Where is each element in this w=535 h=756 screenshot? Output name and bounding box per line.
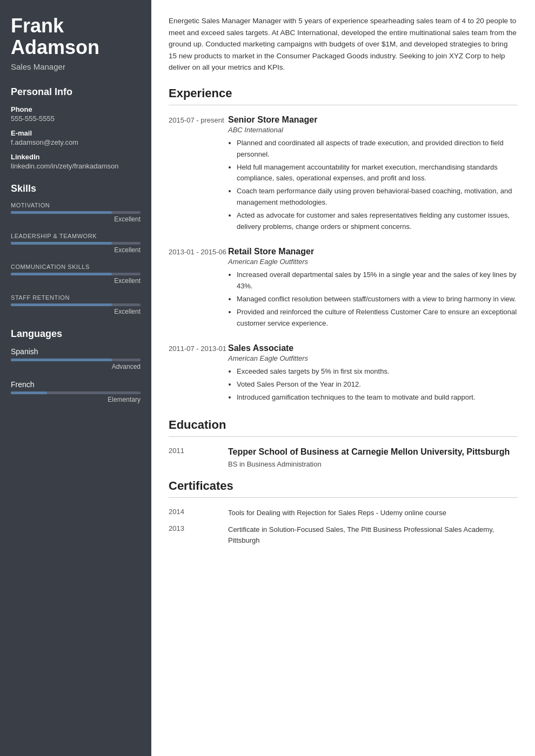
cert-2-year: 2013 (169, 524, 228, 545)
experience-heading: Experience (169, 86, 518, 100)
edu-1-school: Tepper School of Business at Carnegie Me… (228, 447, 510, 458)
skill-communication-bar (11, 273, 141, 275)
edu-1-year: 2011 (169, 447, 228, 468)
language-spanish-name: Spanish (11, 347, 141, 356)
job-2-date: 2013-01 - 2015-06 (169, 247, 228, 330)
list-item: Exceeded sales targets by 5% in first si… (237, 366, 518, 377)
list-item: Coach team performance daily using prove… (237, 186, 518, 208)
list-item: Provided and reinforced the culture of R… (237, 307, 518, 329)
skill-communication: COMMUNICATION SKILLS Excellent (11, 264, 141, 285)
list-item: Held full management accountability for … (237, 162, 518, 185)
list-item: Introduced gamification techniques to th… (237, 392, 518, 403)
language-spanish-level: Advanced (11, 363, 141, 370)
language-spanish: Spanish Advanced (11, 347, 141, 370)
certificates-divider (169, 497, 518, 498)
language-french-fill (11, 392, 47, 394)
skill-motivation-name: MOTIVATION (11, 202, 141, 208)
skill-motivation: MOTIVATION Excellent (11, 202, 141, 223)
linkedin-value: linkedin.com/in/zety/frankadamson (11, 162, 141, 170)
sidebar: Frank Adamson Sales Manager Personal Inf… (0, 0, 151, 756)
job-1-date: 2015-07 - present (169, 115, 228, 234)
linkedin-block: LinkedIn linkedin.com/in/zety/frankadams… (11, 153, 141, 170)
certificates-heading: Certificates (169, 479, 518, 493)
language-french-name: French (11, 380, 141, 389)
cert-1-year: 2014 (169, 508, 228, 518)
linkedin-label: LinkedIn (11, 153, 141, 161)
list-item: Increased overall departmental sales by … (237, 269, 518, 292)
phone-block: Phone 555-555-5555 (11, 105, 141, 123)
skill-leadership-fill (11, 242, 112, 245)
skill-leadership-name: LEADERSHIP & TEAMWORK (11, 233, 141, 239)
job-2-bullets: Increased overall departmental sales by … (228, 269, 518, 329)
skill-motivation-bar (11, 211, 141, 214)
skill-motivation-fill (11, 211, 112, 214)
email-value: f.adamson@zety.com (11, 138, 141, 146)
job-3: 2011-07 - 2013-01 Sales Associate Americ… (169, 343, 518, 404)
skill-motivation-rating: Excellent (11, 215, 141, 223)
edu-1: 2011 Tepper School of Business at Carneg… (169, 447, 518, 468)
job-title: Sales Manager (11, 62, 141, 71)
skill-communication-fill (11, 273, 112, 275)
skill-leadership-rating: Excellent (11, 246, 141, 254)
skill-retention-bar (11, 303, 141, 306)
list-item: Managed conflict resolution between staf… (237, 294, 518, 305)
list-item: Acted as advocate for customer and sales… (237, 210, 518, 233)
education-divider (169, 436, 518, 437)
language-french: French Elementary (11, 380, 141, 403)
main-content: Energetic Sales Manager Manager with 5 y… (151, 0, 535, 756)
full-name: Frank Adamson (11, 15, 141, 58)
cert-1: 2014 Tools for Dealing with Rejection fo… (169, 508, 518, 518)
job-1: 2015-07 - present Senior Store Manager A… (169, 115, 518, 234)
job-3-bullets: Exceeded sales targets by 5% in first si… (228, 366, 518, 403)
email-label: E-mail (11, 129, 141, 137)
email-block: E-mail f.adamson@zety.com (11, 129, 141, 146)
languages-heading: Languages (11, 328, 141, 340)
phone-label: Phone (11, 105, 141, 113)
personal-info-heading: Personal Info (11, 86, 141, 98)
job-3-title: Sales Associate (228, 343, 518, 353)
language-spanish-bar (11, 359, 141, 361)
language-french-level: Elementary (11, 396, 141, 403)
list-item: Planned and coordinated all aspects of t… (237, 138, 518, 160)
job-2-title: Retail Store Manager (228, 247, 518, 256)
skill-communication-rating: Excellent (11, 277, 141, 285)
cert-2-desc: Certificate in Solution-Focused Sales, T… (228, 524, 518, 545)
skill-retention-name: STAFF RETENTION (11, 294, 141, 301)
edu-1-degree: BS in Business Administration (228, 460, 510, 468)
skill-leadership: LEADERSHIP & TEAMWORK Excellent (11, 233, 141, 254)
job-2-company: American Eagle Outfitters (228, 258, 518, 266)
job-1-content: Senior Store Manager ABC International P… (228, 115, 518, 234)
job-3-content: Sales Associate American Eagle Outfitter… (228, 343, 518, 404)
job-2: 2013-01 - 2015-06 Retail Store Manager A… (169, 247, 518, 330)
job-1-company: ABC International (228, 126, 518, 134)
job-3-company: American Eagle Outfitters (228, 354, 518, 362)
language-french-bar (11, 392, 141, 394)
edu-1-content: Tepper School of Business at Carnegie Me… (228, 447, 510, 468)
experience-divider (169, 105, 518, 105)
job-2-content: Retail Store Manager American Eagle Outf… (228, 247, 518, 330)
education-heading: Education (169, 418, 518, 432)
summary: Energetic Sales Manager Manager with 5 y… (169, 15, 518, 73)
language-spanish-fill (11, 359, 112, 361)
skill-communication-name: COMMUNICATION SKILLS (11, 264, 141, 270)
job-1-title: Senior Store Manager (228, 115, 518, 125)
cert-2: 2013 Certificate in Solution-Focused Sal… (169, 524, 518, 545)
skills-heading: Skills (11, 183, 141, 194)
skill-leadership-bar (11, 242, 141, 245)
skill-retention: STAFF RETENTION Excellent (11, 294, 141, 315)
cert-1-desc: Tools for Dealing with Rejection for Sal… (228, 508, 518, 518)
list-item: Voted Sales Person of the Year in 2012. (237, 379, 518, 390)
skill-retention-fill (11, 303, 112, 306)
job-3-date: 2011-07 - 2013-01 (169, 343, 228, 404)
phone-value: 555-555-5555 (11, 114, 141, 123)
job-1-bullets: Planned and coordinated all aspects of t… (228, 138, 518, 232)
skill-retention-rating: Excellent (11, 308, 141, 315)
